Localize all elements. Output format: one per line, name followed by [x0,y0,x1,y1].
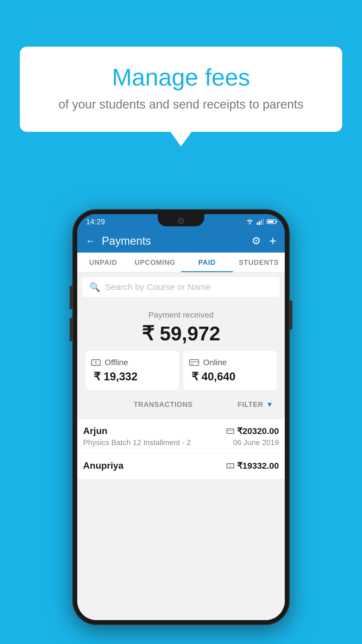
payment-summary: Payment received ₹ 59,972 ₹ [77,302,285,419]
search-input[interactable]: Search by Course or Name [105,282,211,292]
app-title: Payments [102,235,252,247]
content-area: 🔍 Search by Course or Name Payment recei… [77,272,285,620]
settings-button[interactable]: ⚙ [252,235,261,247]
status-time: 14:29 [86,217,105,226]
camera [178,218,184,224]
wifi-icon [246,218,254,225]
transaction-amount: ₹20320.00 [237,426,279,436]
add-button[interactable]: + [269,234,277,248]
phone-screen: 14:29 [77,214,285,620]
transaction-amount-area: ₹ ₹19332.00 [226,461,279,471]
volume-up-button[interactable] [70,286,73,309]
tab-students[interactable]: STUDENTS [233,253,285,272]
status-icons [246,218,276,225]
app-bar-icons: ⚙ + [252,234,277,248]
bubble-subtitle: of your students and send receipts to pa… [34,97,328,111]
back-button[interactable]: ← [85,235,96,247]
transaction-amount: ₹19332.00 [237,461,279,471]
transaction-amount-area: ₹20320.00 [226,426,279,436]
svg-rect-7 [92,361,100,361]
search-icon: 🔍 [89,282,100,292]
payment-cards: ₹ Offline ₹ 19,332 [83,351,279,396]
transactions-label: TRANSACTIONS [89,400,238,409]
online-amount: ₹ 40,640 [189,370,271,383]
payment-received-label: Payment received [83,310,279,320]
svg-rect-13 [227,430,234,431]
online-card: Online ₹ 40,640 [183,351,277,390]
tab-paid[interactable]: PAID [181,253,233,272]
online-payment-icon [226,428,234,434]
svg-rect-10 [189,361,199,363]
volume-down-button[interactable] [70,318,73,341]
total-payment-amount: ₹ 59,972 [83,322,279,345]
phone: 14:29 [73,210,289,624]
svg-rect-11 [191,364,194,365]
transactions-header: TRANSACTIONS FILTER ▼ [83,396,279,413]
transaction-name: Anupriya [83,460,124,471]
filter-area[interactable]: FILTER ▼ [238,400,273,409]
power-button[interactable] [289,300,292,330]
speech-bubble: Manage fees of your students and send re… [20,47,342,132]
app-bar: ← Payments ⚙ + [77,229,285,253]
bubble-title: Manage fees [34,64,328,90]
svg-rect-2 [259,221,260,225]
svg-rect-8 [92,364,100,364]
tab-unpaid[interactable]: UNPAID [77,253,129,272]
battery-icon [267,219,276,224]
online-label: Online [203,358,227,367]
svg-rect-1 [257,223,258,225]
cash-payment-icon: ₹ [226,463,234,469]
offline-card: ₹ Offline ₹ 19,332 [85,351,179,390]
filter-icon: ▼ [266,400,273,409]
transaction-name: Arjun [83,426,108,436]
svg-rect-17 [227,467,234,467]
phone-frame: 14:29 [73,210,289,624]
offline-label: Offline [105,358,128,367]
card-icon [189,359,199,366]
transaction-course: Physics Batch 12 Installment - 2 [83,438,191,447]
offline-amount: ₹ 19,332 [91,370,173,383]
transaction-date: 06 June 2019 [233,438,279,447]
notch [158,214,204,226]
signal-icon [257,218,264,225]
cash-icon: ₹ [91,358,101,367]
svg-point-0 [249,223,251,225]
svg-rect-4 [263,218,264,225]
transaction-row[interactable]: Anupriya ₹ ₹19332.00 [77,454,285,480]
tabs: UNPAID UPCOMING PAID STUDENTS [77,253,285,272]
svg-rect-16 [227,464,234,465]
tab-upcoming[interactable]: UPCOMING [129,253,181,272]
svg-text:₹: ₹ [229,465,231,468]
svg-rect-3 [261,220,262,225]
transaction-row[interactable]: Arjun ₹20320.00 Physics Batch 12 Install… [77,419,285,454]
filter-label: FILTER [238,400,263,409]
search-bar[interactable]: 🔍 Search by Course or Name [82,277,280,297]
